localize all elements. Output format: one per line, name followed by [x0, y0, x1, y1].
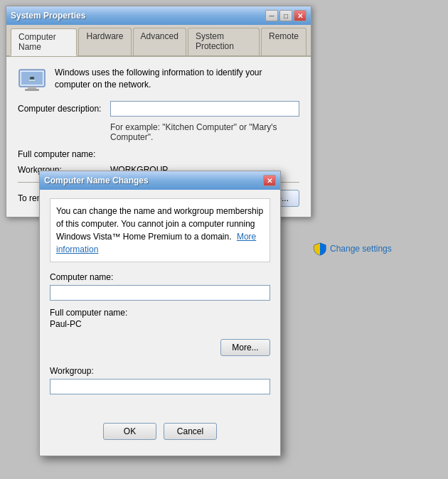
- dialog-titlebar: Computer Name Changes ✕: [40, 171, 280, 190]
- dialog-info-text: You can change the name and workgroup me…: [56, 206, 263, 242]
- info-text: Windows uses the following information t…: [55, 67, 299, 91]
- minimize-button[interactable]: ─: [265, 10, 278, 21]
- tab-strip: Computer Name Hardware Advanced System P…: [6, 25, 311, 57]
- full-computer-name-row: Full computer name:: [18, 149, 299, 159]
- computer-desc-label: Computer description:: [18, 104, 110, 114]
- svg-text:💻: 💻: [28, 75, 36, 82]
- info-row: 💻 Windows uses the following information…: [18, 67, 299, 92]
- ok-button[interactable]: OK: [103, 423, 156, 440]
- dialog-computer-name-input[interactable]: [50, 285, 270, 301]
- titlebar-buttons: ─ □ ✕: [265, 10, 306, 21]
- dialog-full-name-value: Paul-PC: [50, 319, 270, 329]
- dialog-computer-name-label: Computer name:: [50, 272, 270, 282]
- maximize-button[interactable]: □: [279, 10, 292, 21]
- tab-hardware[interactable]: Hardware: [78, 28, 131, 55]
- tab-computer-name[interactable]: Computer Name: [11, 28, 77, 56]
- shield-icon: [313, 242, 327, 256]
- dialog-content: You can change the name and workgroup me…: [40, 190, 280, 456]
- computer-desc-hint: For example: "Kitchen Computer" or "Mary…: [110, 122, 299, 142]
- dialog-close-button[interactable]: ✕: [263, 175, 276, 186]
- computer-desc-input[interactable]: [110, 101, 299, 117]
- full-computer-name-label: Full computer name:: [18, 149, 110, 159]
- change-settings-link[interactable]: Change settings: [330, 244, 392, 254]
- dialog-full-name-label: Full computer name:: [50, 308, 270, 318]
- svg-rect-3: [25, 89, 39, 91]
- tab-system-protection[interactable]: System Protection: [188, 28, 260, 55]
- more-btn-row: More...: [50, 339, 270, 356]
- tab-advanced[interactable]: Advanced: [133, 28, 186, 55]
- dialog-title: Computer Name Changes: [44, 176, 149, 185]
- svg-rect-2: [28, 87, 36, 89]
- computer-desc-row: Computer description:: [18, 101, 299, 117]
- tab-remote[interactable]: Remote: [261, 28, 306, 55]
- computer-icon: 💻: [18, 68, 46, 92]
- close-button[interactable]: ✕: [294, 10, 306, 21]
- name-changes-dialog: Computer Name Changes ✕ You can change t…: [39, 171, 281, 456]
- dialog-workgroup-label: Workgroup:: [50, 366, 270, 376]
- dialog-workgroup-input[interactable]: [50, 379, 270, 394]
- cancel-button[interactable]: Cancel: [164, 423, 217, 440]
- dialog-info-box: You can change the name and workgroup me…: [50, 198, 270, 262]
- dialog-button-row: OK Cancel: [50, 423, 270, 447]
- system-props-titlebar: System Properties ─ □ ✕: [6, 6, 311, 25]
- more-button[interactable]: More...: [220, 339, 270, 356]
- system-props-title: System Properties: [11, 11, 85, 21]
- change-settings-area: Change settings: [313, 242, 392, 256]
